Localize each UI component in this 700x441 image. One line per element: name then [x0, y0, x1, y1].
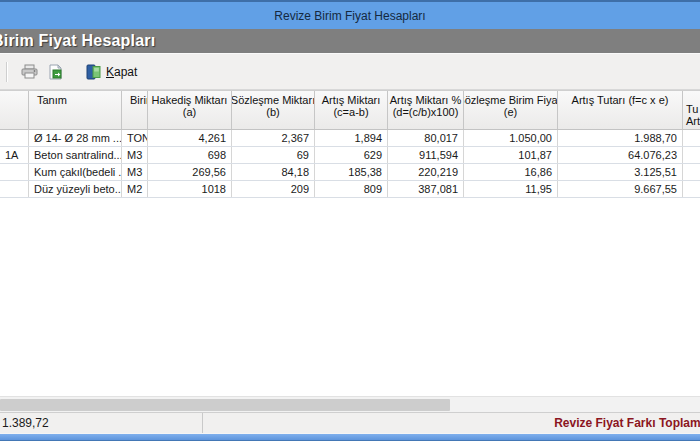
cell-tanim: Kum çakıl(bedeli ... [29, 164, 122, 180]
scrollbar-thumb[interactable] [0, 399, 450, 411]
cell-clipped [683, 181, 700, 197]
close-button-label: Kapat [106, 65, 137, 79]
caption-bar: Birim Fiyat Hesapları [0, 29, 700, 53]
cell-hakedis-miktari: 269,56 [148, 164, 232, 180]
cell-sozlesme-birim-fiyati: 16,86 [464, 164, 558, 180]
cell-birim: M3 [122, 147, 148, 163]
export-button[interactable] [43, 61, 69, 83]
cell-sozlesme-miktari: 84,18 [232, 164, 315, 180]
cell-artis-tutari: 1.988,70 [558, 130, 683, 146]
cell-artis-yuzdesi: 80,017 [388, 130, 464, 146]
page-title: Birim Fiyat Hesapları [0, 32, 155, 50]
column-header-artis-tutari[interactable]: Artış Tutarı (f=c x e) [558, 91, 683, 129]
cell-artis-tutari: 64.076,23 [558, 147, 683, 163]
column-header-sozlesme-birim-fiyati[interactable]: Sözleşme Birim Fiyatı(e) [464, 91, 558, 129]
cell-hakedis-miktari: 698 [148, 147, 232, 163]
column-header-hakedis-miktari[interactable]: Hakediş Miktarı(a) [148, 91, 232, 129]
cell-sozlesme-birim-fiyati: 101,87 [464, 147, 558, 163]
cell-sozlesme-miktari: 69 [232, 147, 315, 163]
cell-poz: 1A [0, 147, 29, 163]
close-button[interactable]: Kapat [81, 61, 142, 83]
cell-birim: M3 [122, 164, 148, 180]
table-row[interactable]: Düz yüzeyli beto... M2 1018 209 809 387,… [0, 181, 700, 198]
horizontal-scrollbar[interactable] [0, 396, 700, 412]
cell-artis-yuzdesi: 387,081 [388, 181, 464, 197]
cell-artis-tutari: 9.667,55 [558, 181, 683, 197]
cell-clipped [683, 130, 700, 146]
printer-icon [21, 64, 38, 79]
column-header-clipped[interactable]: TuArtı [683, 91, 700, 129]
cell-clipped [683, 147, 700, 163]
table-row[interactable]: 1A Beton santralind... M3 698 69 629 911… [0, 147, 700, 164]
cell-tanim: Beton santralind... [29, 147, 122, 163]
grid-header-row: Tanım Birim Hakediş Miktarı(a) Sözleşme … [0, 90, 700, 130]
cell-artis-yuzdesi: 911,594 [388, 147, 464, 163]
toolbar: Kapat [0, 53, 700, 90]
cell-clipped [683, 164, 700, 180]
window-bottom-border [0, 433, 700, 441]
cell-sozlesme-miktari: 209 [232, 181, 315, 197]
cell-sozlesme-miktari: 2,367 [232, 130, 315, 146]
status-total-value: 1.389,72 [0, 413, 203, 433]
cell-artis-miktari: 809 [315, 181, 388, 197]
revize-fiyat-farki-toplami-label: Revize Fiyat Farkı Toplamı [554, 416, 700, 430]
column-header-artis-miktari[interactable]: Artış Miktarı(c=a-b) [315, 91, 388, 129]
column-header-artis-yuzdesi[interactable]: Artış Miktarı %(d=(c/b)x100) [388, 91, 464, 129]
column-header-tanim[interactable]: Tanım [29, 91, 122, 129]
cell-sozlesme-birim-fiyati: 1.050,00 [464, 130, 558, 146]
cell-tanim: Ø 14- Ø 28 mm ... [29, 130, 122, 146]
app-window: Revize Birim Fiyat Hesapları Birim Fiyat… [0, 0, 700, 441]
cell-birim: M2 [122, 181, 148, 197]
toolbar-grip [6, 62, 8, 82]
cell-artis-miktari: 185,38 [315, 164, 388, 180]
cell-hakedis-miktari: 1018 [148, 181, 232, 197]
column-header-sozlesme-miktari[interactable]: Sözleşme Miktarı(b) [232, 91, 315, 129]
cell-artis-miktari: 629 [315, 147, 388, 163]
cell-tanim: Düz yüzeyli beto... [29, 181, 122, 197]
cell-artis-tutari: 3.125,51 [558, 164, 683, 180]
table-row[interactable]: Ø 14- Ø 28 mm ... TON 4,261 2,367 1,894 … [0, 130, 700, 147]
data-grid: Tanım Birim Hakediş Miktarı(a) Sözleşme … [0, 90, 700, 396]
cell-hakedis-miktari: 4,261 [148, 130, 232, 146]
cell-poz [0, 130, 29, 146]
cell-artis-yuzdesi: 220,219 [388, 164, 464, 180]
title-bar[interactable]: Revize Birim Fiyat Hesapları [0, 0, 700, 29]
column-header-birim[interactable]: Birim [122, 91, 148, 129]
status-right-pane: Revize Fiyat Farkı Toplamı [203, 413, 700, 433]
table-row[interactable]: Kum çakıl(bedeli ... M3 269,56 84,18 185… [0, 164, 700, 181]
exit-door-icon [86, 64, 102, 80]
status-bar: 1.389,72 Revize Fiyat Farkı Toplamı [0, 412, 700, 433]
column-header-indicator[interactable] [0, 91, 29, 129]
cell-poz [0, 181, 29, 197]
cell-birim: TON [122, 130, 148, 146]
print-button[interactable] [16, 61, 43, 82]
window-title: Revize Birim Fiyat Hesapları [274, 9, 425, 23]
grid-body: Ø 14- Ø 28 mm ... TON 4,261 2,367 1,894 … [0, 130, 700, 198]
cell-sozlesme-birim-fiyati: 11,95 [464, 181, 558, 197]
cell-poz [0, 164, 29, 180]
cell-artis-miktari: 1,894 [315, 130, 388, 146]
export-icon [48, 64, 64, 80]
